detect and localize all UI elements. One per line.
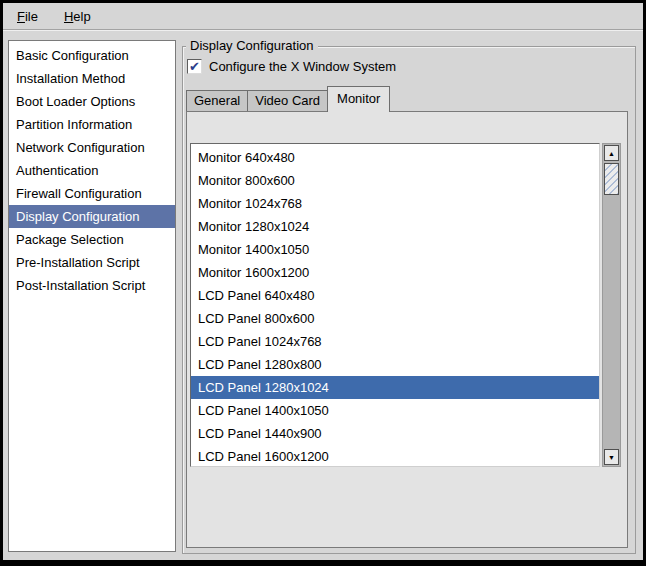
menubar: File Help xyxy=(3,3,643,30)
monitor-list-item[interactable]: LCD Panel 800x600 xyxy=(191,307,599,330)
monitor-list-item[interactable]: Monitor 1600x1200 xyxy=(191,261,599,284)
scrollbar-thumb[interactable] xyxy=(604,163,619,195)
menu-help-mnemonic: H xyxy=(64,9,73,24)
monitor-list-item[interactable]: Monitor 640x480 xyxy=(191,146,599,169)
configure-x-checkbox-box: ✔ xyxy=(187,59,202,74)
sidebar-item-authentication[interactable]: Authentication xyxy=(9,159,175,182)
scroll-up-icon[interactable]: ▲ xyxy=(604,145,619,161)
menu-help[interactable]: Help xyxy=(56,6,99,27)
menu-file[interactable]: File xyxy=(9,6,46,27)
sidebar-item-basic-configuration[interactable]: Basic Configuration xyxy=(9,44,175,67)
scroll-down-icon[interactable]: ▼ xyxy=(604,449,619,465)
category-list: Basic Configuration Installation Method … xyxy=(8,40,176,552)
frame-title: Display Configuration xyxy=(186,38,318,53)
monitor-list-item[interactable]: Monitor 1024x768 xyxy=(191,192,599,215)
sidebar-item-installation-method[interactable]: Installation Method xyxy=(9,67,175,90)
menu-file-mnemonic: F xyxy=(17,9,25,24)
monitor-list-item[interactable]: LCD Panel 1024x768 xyxy=(191,330,599,353)
monitor-list-item[interactable]: LCD Panel 1440x900 xyxy=(191,422,599,445)
menu-help-label: elp xyxy=(73,9,90,24)
tab-general[interactable]: General xyxy=(186,90,248,112)
sidebar-item-network-configuration[interactable]: Network Configuration xyxy=(9,136,175,159)
sidebar-item-package-selection[interactable]: Package Selection xyxy=(9,228,175,251)
monitor-list-item[interactable]: LCD Panel 1600x1200 xyxy=(191,445,599,467)
monitor-list-item[interactable]: LCD Panel 640x480 xyxy=(191,284,599,307)
monitor-list-item-selected[interactable]: LCD Panel 1280x1024 xyxy=(191,376,599,399)
monitor-list-scrollbar[interactable]: ▲ ▼ xyxy=(602,143,621,467)
monitor-list-item[interactable]: Monitor 1280x1024 xyxy=(191,215,599,238)
display-tabs: General Video Card Monitor xyxy=(186,86,389,112)
sidebar-item-display-configuration[interactable]: Display Configuration xyxy=(9,205,175,228)
monitor-list-item[interactable]: LCD Panel 1400x1050 xyxy=(191,399,599,422)
check-icon: ✔ xyxy=(189,60,200,73)
sidebar-item-post-installation-script[interactable]: Post-Installation Script xyxy=(9,274,175,297)
monitor-list-item[interactable]: Monitor 1400x1050 xyxy=(191,238,599,261)
kickstart-configurator-window: File Help Basic Configuration Installati… xyxy=(0,0,646,566)
monitor-list-item[interactable]: LCD Panel 1280x800 xyxy=(191,353,599,376)
monitor-list: Monitor 640x480 Monitor 800x600 Monitor … xyxy=(190,143,600,467)
sidebar-item-firewall-configuration[interactable]: Firewall Configuration xyxy=(9,182,175,205)
sidebar-item-pre-installation-script[interactable]: Pre-Installation Script xyxy=(9,251,175,274)
window-bottom-edge xyxy=(0,560,646,566)
tab-video-card[interactable]: Video Card xyxy=(247,90,328,112)
tab-monitor[interactable]: Monitor xyxy=(327,86,390,112)
menu-file-label: ile xyxy=(25,9,38,24)
sidebar-item-boot-loader-options[interactable]: Boot Loader Options xyxy=(9,90,175,113)
configure-x-checkbox-label: Configure the X Window System xyxy=(209,59,396,74)
sidebar-item-partition-information[interactable]: Partition Information xyxy=(9,113,175,136)
monitor-list-item[interactable]: Monitor 800x600 xyxy=(191,169,599,192)
configure-x-checkbox[interactable]: ✔ Configure the X Window System xyxy=(187,59,396,74)
